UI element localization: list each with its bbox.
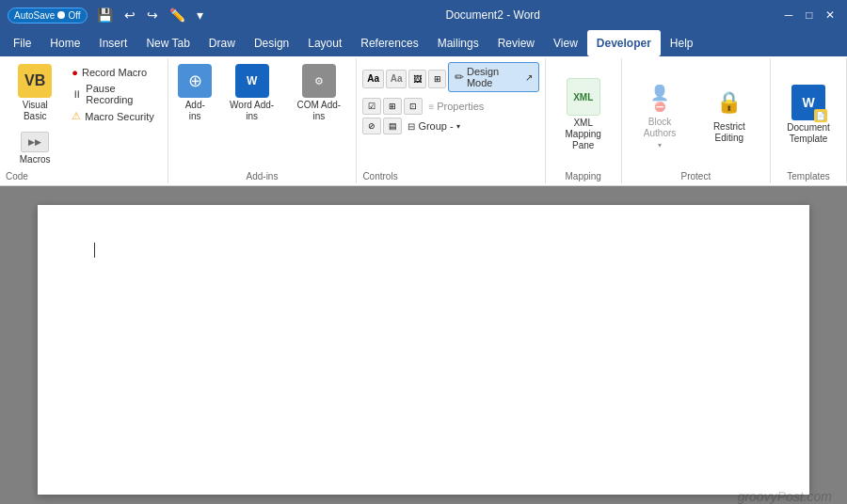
com-addins-icon: ⚙ bbox=[302, 64, 336, 98]
controls-group-label: Controls bbox=[362, 169, 397, 181]
group-label: Group - bbox=[418, 120, 453, 132]
autosave-toggle[interactable]: AutoSave Off bbox=[8, 8, 88, 24]
menu-developer[interactable]: Developer bbox=[587, 30, 661, 56]
block-authors-dropdown: ▾ bbox=[658, 141, 662, 150]
xml-mapping-icon: XML bbox=[567, 78, 600, 116]
pause-recording-row[interactable]: ⏸ Pause Recording bbox=[70, 82, 161, 106]
restrict-editing-icon: 🔒 bbox=[714, 86, 744, 119]
properties-btn[interactable]: ≡ Properties bbox=[424, 99, 487, 114]
autosave-label: AutoSave bbox=[14, 10, 55, 21]
word-addins-label: Word Add-ins bbox=[226, 100, 278, 122]
menu-design[interactable]: Design bbox=[245, 30, 298, 56]
checkbox-ctrl[interactable]: ☑ bbox=[362, 98, 381, 115]
group-btn[interactable]: ⊟ Group - ▾ bbox=[404, 118, 463, 134]
add-ins-label: Add-ins bbox=[180, 100, 211, 122]
menu-bar: File Home Insert New Tab Draw Design Lay… bbox=[0, 30, 847, 56]
cursor-indicator: ↗ bbox=[525, 72, 533, 83]
title-bar-left: AutoSave Off 💾 ↩ ↪ ✏️ ▾ bbox=[8, 6, 207, 24]
menu-layout[interactable]: Layout bbox=[298, 30, 351, 56]
toggle-dot bbox=[57, 11, 65, 19]
app-title: Document2 - Word bbox=[446, 8, 540, 22]
record-macro-label: Record Macro bbox=[82, 67, 147, 78]
code-group-label: Code bbox=[6, 169, 28, 181]
text-ctrl-btn[interactable]: Aa bbox=[362, 70, 384, 88]
table-ctrl-btn[interactable]: ⊞ bbox=[428, 70, 446, 88]
design-mode-label: Design Mode bbox=[467, 66, 522, 88]
mapping-group-label: Mapping bbox=[566, 169, 601, 181]
text-ctrl-btn2[interactable]: Aa bbox=[386, 70, 408, 88]
addins-group: ⊕ Add-ins W Word Add-ins ⚙ COM Add-ins A… bbox=[168, 58, 358, 183]
code-group: VB Visual Basic ▶▶ Macros ● Record Macro bbox=[0, 58, 168, 183]
grid-ctrl[interactable]: ⊞ bbox=[383, 98, 402, 115]
xml-mapping-btn[interactable]: XML XML Mapping Pane bbox=[551, 74, 615, 155]
save-quick-btn[interactable]: 💾 bbox=[93, 6, 117, 24]
quick-access: 💾 ↩ ↪ ✏️ ▾ bbox=[93, 6, 207, 24]
menu-references[interactable]: References bbox=[351, 30, 427, 56]
watermark: groovyPost.com bbox=[738, 489, 832, 504]
record-macro-row[interactable]: ● Record Macro bbox=[70, 66, 161, 79]
menu-insert[interactable]: Insert bbox=[89, 30, 136, 56]
pause-recording-label: Pause Recording bbox=[86, 83, 159, 105]
restrict-editing-btn[interactable]: 🔒 Restrict Editing bbox=[695, 82, 765, 148]
word-addins-btn[interactable]: W Word Add-ins bbox=[220, 60, 283, 126]
xml-mapping-label: XML Mapping Pane bbox=[557, 118, 610, 151]
design-mode-btn[interactable]: ✏ Design Mode ↗ bbox=[448, 62, 539, 92]
title-bar: AutoSave Off 💾 ↩ ↪ ✏️ ▾ Document2 - Word… bbox=[0, 0, 847, 30]
autosave-state: Off bbox=[68, 10, 80, 21]
mode-ctrl[interactable]: ⊘ bbox=[362, 118, 381, 134]
restrict-editing-label: Restrict Editing bbox=[700, 121, 759, 144]
text-cursor bbox=[94, 243, 95, 258]
menu-file[interactable]: File bbox=[4, 30, 40, 56]
document-template-label: Document Template bbox=[782, 122, 835, 145]
dropdown-ctrl[interactable]: ⊡ bbox=[404, 98, 423, 115]
menu-view[interactable]: View bbox=[544, 30, 587, 56]
visual-basic-btn[interactable]: VB Visual Basic bbox=[6, 60, 64, 126]
document-area: groovyPost.com bbox=[0, 186, 847, 504]
add-ins-icon: ⊕ bbox=[178, 64, 212, 98]
touch-btn[interactable]: ✏️ bbox=[166, 6, 189, 24]
macros-btn[interactable]: ▶▶ Macros bbox=[12, 128, 57, 169]
minimize-btn[interactable]: ─ bbox=[779, 6, 798, 24]
document-template-icon: W 📄 bbox=[791, 85, 825, 120]
macro-security-row[interactable]: ⚠ Macro Security bbox=[70, 109, 161, 123]
mapping-group: XML XML Mapping Pane Mapping bbox=[546, 58, 622, 183]
properties-label: Properties bbox=[437, 101, 484, 112]
visual-basic-label: Visual Basic bbox=[11, 100, 58, 122]
format-ctrl[interactable]: ▤ bbox=[383, 118, 402, 134]
close-btn[interactable]: ✕ bbox=[821, 6, 839, 24]
block-authors-btn[interactable]: 👤 ⛔ Block Authors ▾ bbox=[628, 77, 693, 153]
menu-review[interactable]: Review bbox=[488, 30, 544, 56]
redo-btn[interactable]: ↪ bbox=[143, 6, 162, 24]
templates-group: W 📄 Document Template Templates bbox=[771, 58, 847, 183]
image-ctrl-btn[interactable]: 🖼 bbox=[408, 70, 426, 88]
window-controls: ─ □ ✕ bbox=[779, 6, 839, 24]
menu-help[interactable]: Help bbox=[661, 30, 703, 56]
group-icon: ⊟ bbox=[408, 121, 415, 132]
menu-draw[interactable]: Draw bbox=[200, 30, 245, 56]
ribbon: VB Visual Basic ▶▶ Macros ● Record Macro bbox=[0, 56, 847, 186]
controls-group: Aa Aa 🖼 ⊞ ✏ Design Mode ↗ ☑ ⊞ ⊡ ≡ Proper… bbox=[357, 58, 545, 183]
block-authors-icon: 👤 ⛔ bbox=[645, 81, 675, 115]
block-authors-label: Block Authors bbox=[633, 117, 687, 139]
properties-icon: ≡ bbox=[428, 102, 434, 112]
protect-group: 👤 ⛔ Block Authors ▾ 🔒 Restrict Editing P… bbox=[622, 58, 772, 183]
group-dropdown-icon: ▾ bbox=[456, 122, 460, 131]
document-page[interactable] bbox=[38, 205, 809, 495]
menu-newtab[interactable]: New Tab bbox=[136, 30, 199, 56]
word-addins-icon: W bbox=[235, 64, 269, 98]
dropdown-btn[interactable]: ▾ bbox=[193, 6, 207, 24]
document-template-btn[interactable]: W 📄 Document Template bbox=[776, 81, 840, 149]
addins-group-label: Add-ins bbox=[247, 169, 279, 181]
menu-home[interactable]: Home bbox=[40, 30, 89, 56]
undo-btn[interactable]: ↩ bbox=[120, 6, 139, 24]
maximize-btn[interactable]: □ bbox=[800, 6, 819, 24]
templates-group-label: Templates bbox=[787, 169, 830, 181]
macro-security-label: Macro Security bbox=[85, 111, 153, 122]
com-addins-label: COM Add-ins bbox=[293, 100, 344, 122]
add-ins-btn[interactable]: ⊕ Add-ins bbox=[174, 60, 216, 126]
com-addins-btn[interactable]: ⚙ COM Add-ins bbox=[287, 60, 350, 126]
protect-group-label: Protect bbox=[681, 169, 711, 181]
menu-mailings[interactable]: Mailings bbox=[428, 30, 488, 56]
macros-label: Macros bbox=[20, 154, 51, 165]
design-mode-icon: ✏ bbox=[455, 71, 464, 84]
